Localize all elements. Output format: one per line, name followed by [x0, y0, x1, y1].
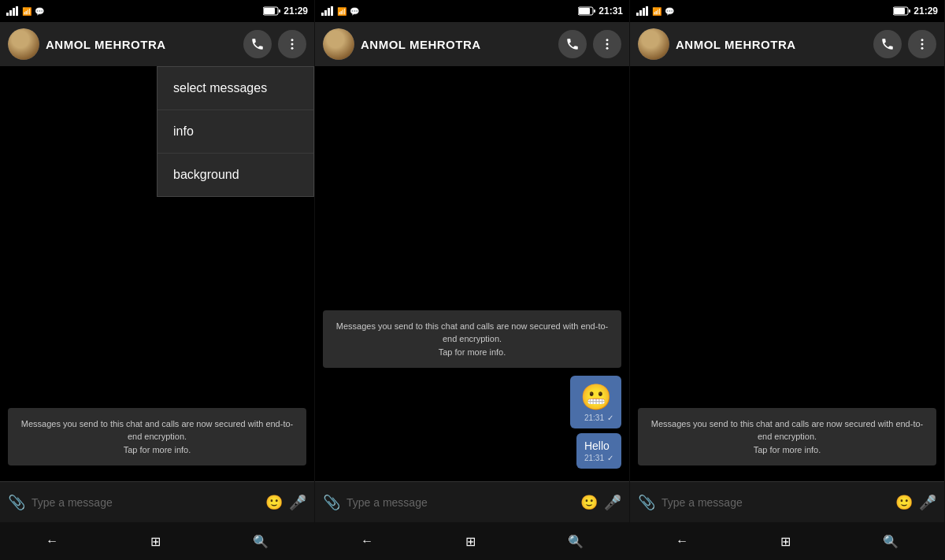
svg-point-28 [921, 43, 924, 46]
battery-icon [263, 6, 280, 16]
attachment-icon-3[interactable]: 📎 [638, 494, 655, 511]
home-icon-1[interactable]: ⊞ [150, 534, 161, 549]
svg-rect-21 [639, 10, 642, 16]
bubble-time-emoji: 21:31 [584, 414, 604, 422]
encryption-notice-3[interactable]: Messages you send to this chat and calls… [638, 408, 936, 466]
chat-body-2: Messages you send to this chat and calls… [315, 66, 629, 481]
battery-icon-3 [893, 6, 910, 16]
nav-bar-3: ← ⊞ 🔍 [630, 522, 944, 560]
svg-rect-25 [894, 8, 905, 14]
attachment-icon-2[interactable]: 📎 [323, 494, 340, 511]
status-bar-right-2: 21:31 [578, 6, 623, 17]
back-icon-3[interactable]: ← [676, 534, 688, 548]
svg-rect-23 [646, 6, 648, 16]
svg-point-9 [291, 47, 294, 50]
nav-bar-1: ← ⊞ 🔍 [0, 522, 314, 560]
back-icon-1[interactable]: ← [46, 534, 58, 548]
svg-rect-1 [9, 10, 12, 16]
svg-rect-22 [643, 8, 645, 16]
status-bar-right-3: 21:29 [893, 6, 938, 17]
svg-rect-2 [13, 8, 15, 16]
emoji-content: 😬 [578, 382, 613, 412]
svg-rect-0 [6, 13, 9, 16]
more-button-2[interactable] [593, 30, 621, 58]
attachment-icon-1[interactable]: 📎 [8, 494, 25, 511]
battery-icon-2 [578, 6, 595, 16]
message-input-1[interactable] [32, 496, 259, 509]
home-icon-3[interactable]: ⊞ [780, 534, 791, 549]
menu-item-background[interactable]: background [158, 154, 313, 196]
message-row-emoji: 😬 21:31 ✓ [323, 376, 621, 428]
svg-rect-11 [324, 10, 327, 16]
menu-item-select-messages[interactable]: select messages [158, 67, 313, 110]
mic-icon-2[interactable]: 🎤 [604, 494, 621, 511]
avatar-1 [8, 28, 39, 60]
checkmark-emoji: ✓ [607, 414, 613, 422]
emoji-icon-2[interactable]: 🙂 [580, 494, 598, 511]
more-button-1[interactable] [278, 30, 306, 58]
signal-icon [6, 6, 19, 16]
svg-rect-12 [328, 8, 330, 16]
encryption-text-2: Messages you send to this chat and calls… [336, 321, 608, 357]
status-time-2: 21:31 [598, 6, 623, 17]
call-button-1[interactable] [243, 30, 272, 58]
back-icon-2[interactable]: ← [361, 534, 373, 548]
wifi-icon-3: 📶 [652, 7, 662, 16]
bubble-meta-emoji: 21:31 ✓ [578, 414, 613, 422]
svg-rect-16 [594, 9, 595, 13]
bubble-meta-hello: 21:31 ✓ [584, 454, 613, 462]
avatar-img-1 [8, 28, 39, 60]
search-icon-1[interactable]: 🔍 [253, 534, 269, 549]
svg-rect-3 [16, 6, 18, 16]
status-time-3: 21:29 [914, 6, 938, 17]
svg-rect-5 [264, 8, 275, 14]
hello-content: Hello [584, 439, 613, 452]
bubble-emoji: 😬 21:31 ✓ [570, 376, 621, 428]
input-bar-1: 📎 🙂 🎤 [0, 481, 314, 522]
encryption-notice-2[interactable]: Messages you send to this chat and calls… [323, 310, 621, 369]
phone-icon-2 [565, 37, 580, 51]
mic-icon-1[interactable]: 🎤 [289, 494, 306, 511]
svg-rect-10 [321, 13, 324, 16]
avatar-img-3 [638, 28, 669, 60]
search-icon-3[interactable]: 🔍 [883, 534, 899, 549]
search-icon-2[interactable]: 🔍 [568, 534, 584, 549]
phone-panel-1: 📶 💬 21:29 ANMOL MEHROTRA select message [0, 0, 315, 560]
call-button-2[interactable] [558, 30, 587, 58]
message-icon: 💬 [35, 7, 44, 16]
avatar-img-2 [323, 28, 354, 60]
svg-point-8 [291, 43, 294, 46]
emoji-icon-1[interactable]: 🙂 [265, 494, 283, 511]
message-input-3[interactable] [662, 496, 889, 509]
signal-icon-2 [321, 6, 334, 16]
svg-point-18 [606, 43, 609, 46]
input-bar-2: 📎 🙂 🎤 [315, 481, 629, 522]
home-icon-2[interactable]: ⊞ [465, 534, 476, 549]
encryption-notice-1[interactable]: Messages you send to this chat and calls… [8, 408, 306, 466]
phone-panel-3: 📶 💬 21:29 ANMOL MEHROTRA Messages you s [630, 0, 945, 560]
svg-rect-13 [331, 6, 333, 16]
status-bar-1: 📶 💬 21:29 [0, 0, 314, 22]
bubble-hello: Hello 21:31 ✓ [576, 433, 621, 469]
message-input-2[interactable] [346, 496, 574, 509]
emoji-icon-3[interactable]: 🙂 [895, 494, 913, 511]
status-bar-3: 📶 💬 21:29 [630, 0, 944, 22]
status-bar-right-1: 21:29 [263, 6, 308, 17]
checkmark-hello: ✓ [607, 454, 613, 462]
status-time-1: 21:29 [284, 6, 308, 17]
more-button-3[interactable] [908, 30, 936, 58]
svg-point-27 [921, 39, 924, 41]
chat-header-2: ANMOL MEHROTRA [315, 22, 629, 66]
message-icon-3: 💬 [665, 7, 674, 16]
svg-point-7 [291, 39, 294, 41]
chat-body-3: Messages you send to this chat and calls… [630, 66, 944, 481]
svg-rect-20 [636, 13, 639, 16]
mic-icon-3[interactable]: 🎤 [919, 494, 936, 511]
svg-rect-15 [579, 8, 590, 14]
more-icon-1 [285, 37, 299, 51]
svg-rect-26 [909, 9, 910, 13]
more-icon-3 [915, 37, 929, 51]
bubble-time-hello: 21:31 [584, 454, 604, 462]
call-button-3[interactable] [873, 30, 902, 58]
menu-item-info[interactable]: info [158, 110, 313, 154]
